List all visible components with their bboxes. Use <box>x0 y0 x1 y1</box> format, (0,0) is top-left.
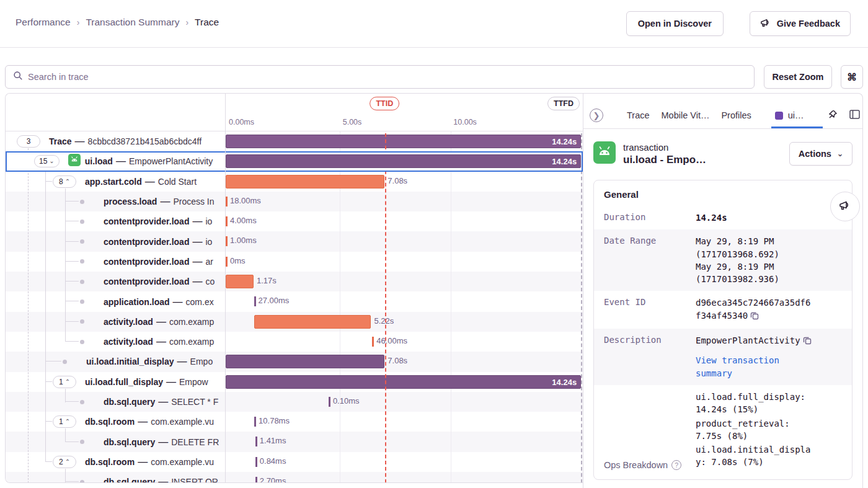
span-duration-label: 46.00ms <box>376 336 407 345</box>
span-tick[interactable] <box>254 417 256 427</box>
row-label: 1⌃ui.load.full_display—Empow <box>6 372 226 392</box>
span-count-badge[interactable]: 1⌃ <box>53 415 76 428</box>
trace-row-Trace[interactable]: 3Trace—8cbbcd38721b415ab6cbdc4ff14.24s <box>6 131 583 151</box>
tab-mobile-vitals[interactable]: Mobile Vit… <box>662 110 710 120</box>
trace-row-contentprovider.load[interactable]: contentprovider.load—ar0ms <box>6 252 583 272</box>
tab-profiles[interactable]: Profiles <box>721 110 751 120</box>
row-label: activity.load—com.examp <box>6 332 226 352</box>
trace-row-contentprovider.load[interactable]: contentprovider.load—co1.17s <box>6 272 583 291</box>
field-value: d96eca345c724667a35df6f34af45340 <box>696 296 815 323</box>
waterfall-header-left <box>6 94 226 131</box>
span-tick[interactable] <box>255 457 257 467</box>
span-bar[interactable] <box>226 175 384 189</box>
span-count-badge[interactable]: 15⌄ <box>34 155 60 167</box>
span-tick[interactable] <box>226 197 228 206</box>
span-tick[interactable] <box>226 236 228 246</box>
copy-icon[interactable] <box>803 335 812 348</box>
breadcrumb-transaction-summary[interactable]: Transaction Summary <box>86 17 179 28</box>
span-tick[interactable] <box>226 257 228 267</box>
row-timeline-cell: 0.84ms <box>226 452 583 472</box>
view-transaction-summary-link[interactable]: View transaction summary <box>696 354 815 379</box>
span-description: 8cbbcd38721b415ab6cbdc4ff <box>88 136 202 146</box>
copy-icon[interactable] <box>750 311 759 323</box>
trace-row-process.load[interactable]: process.load—Process In18.00ms <box>6 192 583 211</box>
row-label: application.load—com.ex <box>6 291 226 311</box>
span-bar[interactable]: 14.24s <box>226 135 581 148</box>
trace-row-ui.load.initial_display[interactable]: ui.load.initial_display—Empo7.08s <box>6 352 583 371</box>
tree-dot <box>80 299 84 304</box>
command-icon: ⌘ <box>847 71 857 83</box>
span-tick[interactable] <box>254 296 256 306</box>
field-row-description: DescriptionEmpowerPlantActivityView tran… <box>594 329 852 385</box>
separator: — <box>173 296 183 308</box>
span-duration-label: 1.41ms <box>260 436 286 445</box>
waterfall-header: 0.00ms5.00s10.00sTTIDTTFD <box>6 94 583 131</box>
span-description: co <box>205 277 215 286</box>
span-tick[interactable] <box>329 397 330 407</box>
span-count-badge[interactable]: 3 <box>17 135 40 148</box>
keyboard-shortcut-button[interactable]: ⌘ <box>841 65 863 89</box>
field-label: Ops Breakdown? <box>604 459 696 470</box>
row-label: activity.load—com.examp <box>6 312 226 332</box>
trace-row-db.sql.room[interactable]: 2⌃db.sql.room—com.example.vu0.84ms <box>6 452 583 472</box>
tab-trace[interactable]: Trace <box>627 110 650 120</box>
span-bar[interactable] <box>226 275 254 288</box>
trace-row-ui.load[interactable]: 15⌄ui.load—EmpowerPlantActivity14.24s <box>6 151 583 171</box>
trace-row-db.sql.query[interactable]: db.sql.query—DELETE FR1.41ms <box>6 432 583 451</box>
pin-icon[interactable] <box>827 109 838 122</box>
actions-button[interactable]: Actions ⌄ <box>789 142 852 166</box>
trace-row-application.load[interactable]: application.load—com.ex27.00ms <box>6 291 583 311</box>
trace-row-db.sql.query[interactable]: db.sql.query—INSERT OR2.70ms <box>6 472 583 483</box>
chevron-down-icon: ⌄ <box>837 149 843 158</box>
span-duration-label: 1.17s <box>257 276 277 285</box>
span-tick[interactable] <box>255 437 257 446</box>
span-bar[interactable]: 14.24s <box>226 154 581 168</box>
trace-row-ui.load.full_display[interactable]: 1⌃ui.load.full_display—Empow14.24s <box>6 372 583 392</box>
megaphone-icon <box>760 18 771 30</box>
row-timeline-cell: 2.70ms <box>226 472 583 483</box>
tree-dot <box>80 220 84 224</box>
span-count-badge[interactable]: 2⌃ <box>53 456 76 468</box>
separator: — <box>75 136 85 147</box>
span-description: com.example.vu <box>151 457 214 467</box>
trace-row-contentprovider.load[interactable]: contentprovider.load—io4.00ms <box>6 211 583 231</box>
floating-feedback-button[interactable] <box>830 192 860 221</box>
tab-ui-load-active[interactable]: ui… <box>775 110 804 120</box>
row-label: process.load—Process In <box>6 192 226 211</box>
search-bar[interactable] <box>5 65 755 89</box>
give-feedback-button[interactable]: Give Feedback <box>750 11 851 36</box>
span-count-badge[interactable]: 8⌃ <box>53 175 76 188</box>
reset-zoom-button[interactable]: Reset Zoom <box>764 65 832 89</box>
span-bar[interactable] <box>226 355 384 368</box>
span-bar[interactable]: 14.24s <box>226 375 581 389</box>
dock-left-icon[interactable] <box>849 110 860 122</box>
span-count-badge[interactable]: 1⌃ <box>53 376 76 388</box>
trace-row-db.sql.query[interactable]: db.sql.query—SELECT * F0.10ms <box>6 392 583 412</box>
trace-row-contentprovider.load[interactable]: contentprovider.load—io1.00ms <box>6 231 583 251</box>
span-tick[interactable] <box>226 216 228 226</box>
tree-dot <box>80 200 84 204</box>
search-input[interactable] <box>28 72 746 82</box>
tree-dot <box>63 360 67 364</box>
general-card-title: General <box>594 180 852 206</box>
help-icon[interactable]: ? <box>671 460 681 470</box>
span-description: com.ex <box>186 297 214 307</box>
trace-row-activity.load[interactable]: activity.load—com.examp5.22s <box>6 312 583 332</box>
span-duration-label: 0.10ms <box>333 396 360 406</box>
span-tick[interactable] <box>255 477 257 483</box>
span-description: io <box>205 216 212 226</box>
span-bar[interactable] <box>254 315 371 329</box>
span-op: db.sql.room <box>85 417 135 427</box>
search-icon <box>13 71 23 83</box>
trace-row-activity.load[interactable]: activity.load—com.examp46.00ms <box>6 332 583 352</box>
breadcrumb-performance[interactable]: Performance <box>16 17 71 28</box>
trace-row-db.sql.room[interactable]: 1⌃db.sql.room—com.example.vu10.78ms <box>6 412 583 432</box>
separator: — <box>138 416 148 427</box>
open-in-discover-button[interactable]: Open in Discover <box>626 11 724 36</box>
span-duration-label: 1.00ms <box>230 236 257 245</box>
drawer-expand-icon[interactable]: ❯ <box>590 109 603 122</box>
trace-row-app.start.cold[interactable]: 8⌃app.start.cold—Cold Start7.08s <box>6 172 583 192</box>
span-duration-label: 27.00ms <box>259 296 290 305</box>
span-description: DELETE FR <box>171 437 219 447</box>
span-tick[interactable] <box>372 337 374 347</box>
